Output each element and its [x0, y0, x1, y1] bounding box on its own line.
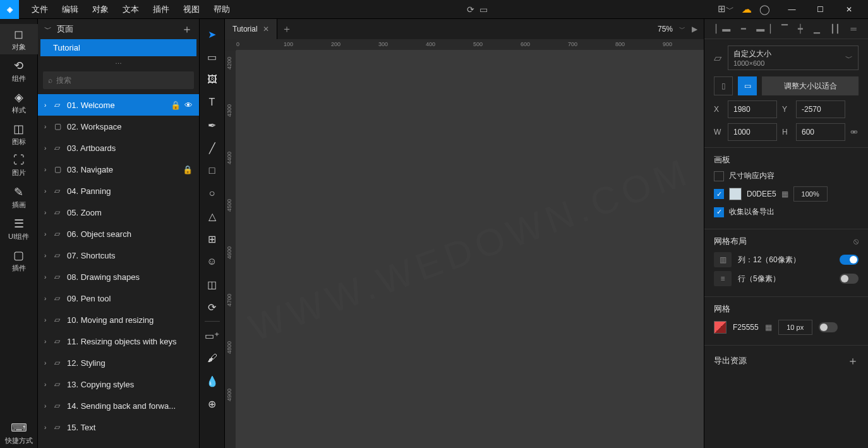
iconbar-images[interactable]: ⛶图片 [0, 150, 38, 181]
cols-toggle[interactable] [840, 255, 859, 265]
menu-help[interactable]: 帮助 [207, 0, 236, 19]
lock-icon[interactable]: 🔒 [183, 165, 193, 174]
orient-portrait-button[interactable]: ▯ [714, 76, 733, 95]
grid-toggle[interactable] [819, 322, 838, 332]
bg-enable-checkbox[interactable]: ✓ [714, 189, 724, 199]
iconbar-objects[interactable]: ◻对象 [0, 24, 38, 54]
tool-eyedropper[interactable]: 💧 [200, 370, 225, 392]
tool-text[interactable]: T [200, 91, 225, 114]
layer-item[interactable]: › ▱ 06. Object search [38, 223, 199, 245]
align-top-icon[interactable]: ▔ [781, 24, 788, 33]
menu-view[interactable]: 视图 [177, 0, 206, 19]
zoom-chevron-icon[interactable]: ﹀ [679, 25, 685, 33]
tool-select[interactable]: ➤ [200, 23, 225, 45]
x-input[interactable] [728, 100, 777, 118]
tool-line[interactable]: ╱ [200, 136, 225, 159]
add-tab-button[interactable]: ＋ [277, 23, 296, 36]
screen-icon[interactable]: ▭ [479, 4, 488, 15]
apps-icon[interactable]: ⊞﹀ [718, 3, 734, 15]
add-page-button[interactable]: ＋ [181, 21, 193, 37]
grid-pattern-icon[interactable]: ▦ [765, 323, 772, 332]
maximize-button[interactable]: ☐ [806, 0, 835, 19]
page-tab-tutorial[interactable]: Tutorial [40, 39, 196, 56]
layer-item[interactable]: › ▱ 15. Text [38, 416, 199, 438]
menu-object[interactable]: 对象 [86, 0, 115, 19]
grid-size[interactable]: 10 px [778, 320, 812, 335]
layer-item[interactable]: › ▱ 05. Zoom [38, 202, 199, 223]
menu-edit[interactable]: 编辑 [56, 0, 85, 19]
tool-avatar[interactable]: ☺ [200, 250, 225, 273]
close-button[interactable]: ✕ [835, 0, 863, 19]
responsive-checkbox[interactable] [714, 171, 724, 181]
pages-more[interactable]: … [38, 56, 199, 66]
iconbar-styles[interactable]: ◈样式 [0, 87, 38, 118]
tool-component[interactable]: ◫ [200, 273, 225, 296]
orient-landscape-button[interactable]: ▭ [738, 76, 757, 95]
iconbar-ui[interactable]: ☰UI组件 [0, 214, 38, 244]
layer-item[interactable]: › ▱ 03. Artboards [38, 137, 199, 159]
tool-zoom[interactable]: ⊕ [200, 392, 225, 415]
h-input[interactable] [796, 123, 845, 141]
layer-item[interactable]: › ▱ 01. Welcome 🔒 👁 [38, 94, 199, 116]
rows-icon[interactable]: ≡ [714, 271, 732, 286]
align-right-icon[interactable]: ▬▕ [756, 24, 771, 33]
play-icon[interactable]: ▶ [692, 25, 697, 33]
iconbar-shortcuts[interactable]: ⌨快捷方式 [0, 418, 38, 448]
tool-polygon[interactable]: △ [200, 205, 225, 227]
y-input[interactable] [796, 100, 845, 118]
search-input[interactable] [56, 76, 189, 85]
tool-artboard[interactable]: ▭ [200, 45, 225, 68]
close-tab-icon[interactable]: ✕ [263, 25, 269, 33]
tool-rect[interactable]: □ [200, 159, 225, 182]
menu-text[interactable]: 文本 [116, 0, 145, 19]
iconbar-icons[interactable]: ◫图标 [0, 119, 38, 149]
add-export-button[interactable]: ＋ [847, 353, 859, 368]
bg-hex[interactable]: D0DEE5 [747, 190, 776, 198]
iconbar-plugins[interactable]: ▢插件 [0, 245, 38, 275]
tool-sync[interactable]: ⟳ [200, 296, 225, 318]
visibility-off-icon[interactable]: ⦸ [853, 236, 859, 246]
align-hcenter-icon[interactable]: ━ [741, 24, 746, 33]
tool-image[interactable]: 🖼 [200, 68, 225, 91]
bg-opacity[interactable]: 100% [793, 186, 828, 202]
layer-item[interactable]: › ▱ 10. Moving and resizing [38, 309, 199, 330]
layer-item[interactable]: › ▱ 14. Sending back and forwa... [38, 395, 199, 416]
layer-item[interactable]: › ▢ 03. Navigate 🔒 [38, 159, 199, 180]
menu-plugin[interactable]: 插件 [147, 0, 176, 19]
eye-icon[interactable]: 👁 [184, 100, 193, 110]
layer-item[interactable]: › ▢ 02. Workspace [38, 116, 199, 137]
lock-icon[interactable]: 🔒 [171, 100, 181, 110]
grid-hex[interactable]: F25555 [733, 323, 759, 332]
minimize-button[interactable]: — [778, 0, 806, 19]
align-vcenter-icon[interactable]: ┿ [798, 24, 803, 33]
distribute-v-icon[interactable]: ═ [851, 24, 857, 33]
grid-color-swatch[interactable] [714, 321, 726, 334]
align-bottom-icon[interactable]: ▁ [814, 24, 820, 33]
w-input[interactable] [728, 123, 777, 141]
menu-file[interactable]: 文件 [25, 0, 54, 19]
user-icon[interactable]: ◯ [759, 4, 770, 15]
link-wh-icon[interactable]: ⚮ [850, 127, 858, 137]
rows-toggle[interactable] [840, 274, 859, 284]
fit-size-button[interactable]: 调整大小以适合 [762, 76, 859, 95]
pattern-icon[interactable]: ▦ [781, 190, 788, 198]
tool-ellipse[interactable]: ○ [200, 182, 225, 205]
size-preset-select[interactable]: 自定义大小 1000×600 ﹀ [728, 45, 859, 70]
distribute-h-icon[interactable]: ┃┃ [830, 24, 840, 33]
iconbar-illustration[interactable]: ✎插画 [0, 182, 38, 212]
export-collect-checkbox[interactable]: ✓ [714, 207, 724, 217]
tool-brush[interactable]: 🖌 [200, 347, 225, 370]
layer-item[interactable]: › ▱ 07. Shortcuts [38, 245, 199, 266]
layer-item[interactable]: › ▱ 11. Resizing objects with keys [38, 330, 199, 352]
zoom-value[interactable]: 75% [658, 25, 673, 33]
canvas[interactable]: WWW.WEDOWN.COM [236, 51, 704, 448]
doc-tab-tutorial[interactable]: Tutorial ✕ [225, 19, 277, 39]
iconbar-components[interactable]: ⟲组件 [0, 56, 38, 86]
layer-item[interactable]: › ▱ 09. Pen tool [38, 288, 199, 309]
tool-pen[interactable]: ✒ [200, 114, 225, 136]
sync-icon[interactable]: ⟳ [467, 4, 474, 15]
layer-item[interactable]: › ▱ 13. Copying styles [38, 373, 199, 395]
layer-item[interactable]: › ▱ 12. Styling [38, 352, 199, 373]
cols-icon[interactable]: ▥ [714, 252, 732, 267]
layer-item[interactable]: › ▱ 08. Drawing shapes [38, 266, 199, 288]
